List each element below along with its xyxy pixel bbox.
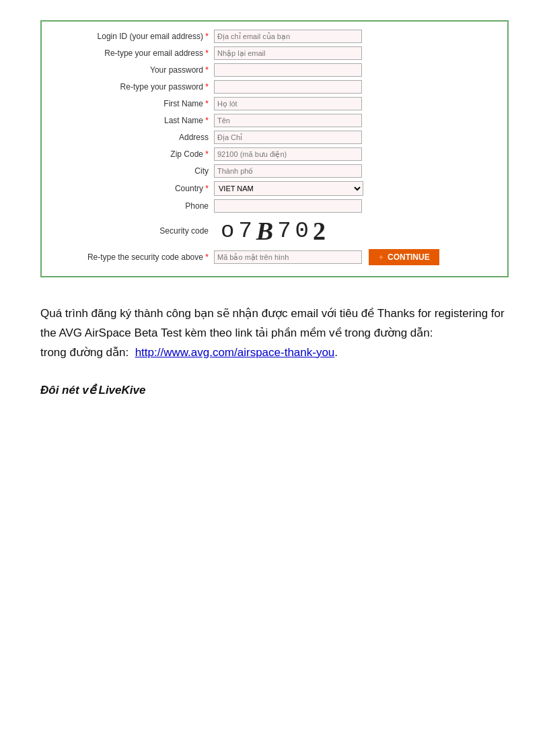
retype-security-label: Re-type the security code above * [52, 252, 214, 262]
password-label: Your password * [52, 65, 214, 75]
retype-email-label: Re-type your email address * [52, 48, 214, 58]
security-code-label: Security code [52, 226, 214, 236]
login-id-label: Login ID (your email address) * [52, 32, 214, 41]
address-input[interactable] [214, 131, 362, 144]
first-name-row: First Name * [52, 97, 497, 110]
phone-input[interactable] [214, 199, 362, 213]
phone-row: Phone [52, 199, 497, 213]
address-row: Address [52, 131, 497, 144]
zip-code-row: Zip Code * [52, 147, 497, 161]
security-code-display: o 7 B 7 0 2 [214, 216, 330, 246]
last-name-row: Last Name * [52, 114, 497, 127]
body-paragraph: Quá trình đăng ký thành công bạn sẽ nhận… [40, 304, 509, 363]
login-id-row: Login ID (your email address) * [52, 30, 497, 43]
retype-security-row: Re-type the security code above * CONTIN… [52, 249, 497, 265]
address-label: Address [52, 133, 214, 142]
retype-password-row: Re-type your password * [52, 80, 497, 94]
security-code-row: Security code o 7 B 7 0 2 [52, 216, 497, 246]
retype-password-label: Re-type your password * [52, 82, 214, 92]
section-heading: Đôi nét về LiveKive [40, 383, 509, 397]
password-row: Your password * [52, 63, 497, 77]
retype-email-input[interactable] [214, 46, 362, 60]
retype-security-input[interactable] [214, 250, 362, 264]
first-name-input[interactable] [214, 97, 362, 110]
country-select[interactable]: VIET NAM [214, 181, 363, 196]
password-input[interactable] [214, 63, 362, 77]
registration-form: Login ID (your email address) *Re-type y… [40, 20, 509, 277]
retype-email-row: Re-type your email address * [52, 46, 497, 60]
last-name-input[interactable] [214, 114, 362, 127]
login-id-input[interactable] [214, 30, 362, 43]
continue-button[interactable]: CONTINUE [369, 249, 439, 265]
country-row: Country * VIET NAM [52, 181, 497, 196]
avg-link[interactable]: http://www.avg.com/airspace-thank-you [135, 346, 335, 359]
first-name-label: First Name * [52, 99, 214, 108]
city-input[interactable] [214, 164, 362, 178]
phone-label: Phone [52, 201, 214, 211]
retype-password-input[interactable] [214, 80, 362, 94]
zip-code-input[interactable] [214, 147, 362, 161]
city-label: City [52, 166, 214, 176]
country-label: Country * [52, 184, 214, 193]
zip-code-label: Zip Code * [52, 149, 214, 159]
last-name-label: Last Name * [52, 116, 214, 125]
city-row: City [52, 164, 497, 178]
